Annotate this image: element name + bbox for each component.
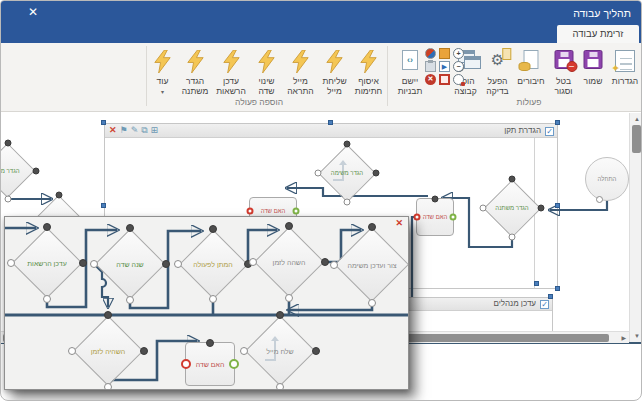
port-dark[interactable] — [56, 192, 63, 199]
scroll-down-icon[interactable]: ▼ — [634, 333, 640, 339]
collect-signatures-button[interactable]: איסוףחתימות — [352, 46, 385, 108]
port-dark[interactable] — [344, 141, 351, 148]
resize-handle[interactable] — [101, 120, 106, 125]
flow-node-pause-time[interactable]: השהה לזמן — [253, 226, 325, 298]
vertical-scrollbar[interactable]: ▲ ▼ — [629, 113, 642, 342]
port-light[interactable] — [7, 259, 15, 267]
edit-icon[interactable]: ✎ — [131, 125, 142, 135]
port-dark[interactable] — [5, 140, 12, 147]
refresh-pinwheel-icon[interactable] — [425, 48, 436, 59]
flow-node-start[interactable]: התחלה — [585, 157, 629, 201]
flow-node-delay-time[interactable]: השהיה לזמן — [72, 315, 144, 387]
group-box-managers[interactable]: ✓ עדכן מנהלים — [396, 297, 553, 333]
flow-node-update-permissions[interactable]: עדכן הרשאות — [11, 227, 83, 299]
group-managers-checkbox[interactable]: ✓ — [540, 300, 549, 309]
group-standard-checkbox[interactable]: ✓ — [545, 127, 554, 136]
delete-group-icon[interactable]: ✕ — [109, 125, 120, 135]
port-light[interactable] — [330, 261, 338, 269]
zoom-reset-icon[interactable] — [453, 74, 464, 85]
group-box-managers-titlebar[interactable]: ✓ עדכן מנהלים — [397, 298, 552, 311]
port-dark[interactable] — [276, 311, 284, 319]
port-light[interactable] — [90, 260, 98, 268]
tab-workflow[interactable]: זרימת עבודה — [557, 25, 639, 43]
set-variable-button[interactable]: הגדרמשתנה — [178, 46, 212, 108]
port-dark[interactable] — [373, 170, 380, 177]
port-light[interactable] — [174, 260, 182, 268]
resize-handle[interactable] — [534, 281, 539, 286]
dialog-titlebar[interactable]: ✕ תהליך עבודה זרימת עבודה — [1, 1, 642, 43]
alert-mail-button[interactable]: מיילהתראה — [284, 46, 317, 108]
flow-node-send-mail[interactable]: שלח מייל — [244, 315, 316, 387]
resize-handle[interactable] — [555, 120, 560, 125]
go-to-icon[interactable]: ▶ — [439, 61, 450, 72]
port-light[interactable] — [43, 295, 51, 303]
port-dark[interactable] — [126, 224, 134, 232]
port-green[interactable] — [229, 359, 239, 369]
port-light[interactable] — [104, 383, 112, 390]
connections-button[interactable]: חיבורים — [514, 46, 548, 108]
port-light[interactable] — [240, 347, 248, 355]
port-light[interactable] — [509, 234, 516, 241]
flow-node-set-variable[interactable]: הגדר משתנה — [483, 179, 541, 237]
copy-icon[interactable]: ⧉ — [141, 125, 150, 135]
port-red[interactable] — [414, 214, 421, 221]
add-icon[interactable]: ⊞ — [151, 125, 162, 135]
port-light[interactable] — [68, 347, 76, 355]
scroll-right-icon[interactable]: ▶ — [621, 335, 626, 341]
flow-node-set-task[interactable]: הגדר משימה — [318, 144, 376, 202]
group-standard-toolbar[interactable]: ✕⚑✎⧉⊞ — [109, 125, 161, 136]
flow-node-is-field-1[interactable]: האם שדה — [416, 198, 454, 236]
port-dark[interactable] — [43, 223, 51, 231]
port-light[interactable] — [285, 294, 293, 302]
port-light[interactable] — [368, 299, 376, 307]
send-mail-button[interactable]: שליחתמייל — [318, 46, 351, 108]
port-light[interactable] — [315, 170, 322, 177]
apply-templates-button[interactable]: ‹› יישם תבניות — [395, 46, 425, 108]
flow-node-wait-action[interactable]: המתן לפעולה — [178, 229, 248, 299]
port-light[interactable] — [344, 199, 351, 206]
resize-handle[interactable] — [555, 203, 560, 208]
update-permissions-button[interactable]: עדכןהרשאות — [213, 46, 249, 108]
subprocess-window[interactable]: ✕ עדכן הרשאות שנה שדה — [4, 216, 409, 390]
close-icon[interactable]: ✕ — [28, 5, 38, 19]
port-light[interactable] — [596, 196, 603, 203]
port-dark[interactable] — [79, 259, 87, 267]
red-marker-icon[interactable] — [439, 74, 450, 85]
port-dark[interactable] — [285, 222, 293, 230]
flow-node-edge[interactable]: הגדר מש — [0, 143, 36, 199]
zoom-out-icon[interactable]: − — [453, 61, 464, 72]
paste-icon[interactable] — [425, 61, 436, 72]
port-dark[interactable] — [312, 347, 320, 355]
resize-handle[interactable] — [548, 294, 553, 299]
port-dark[interactable] — [368, 223, 376, 231]
port-red[interactable] — [247, 208, 254, 215]
resize-handle[interactable] — [328, 120, 333, 125]
port-dark[interactable] — [33, 168, 40, 175]
port-dark[interactable] — [209, 225, 217, 233]
port-green[interactable] — [293, 208, 300, 215]
orange-marker-icon[interactable] — [439, 48, 450, 59]
save-button[interactable]: שמור — [579, 46, 607, 108]
port-dark[interactable] — [321, 258, 329, 266]
port-light[interactable] — [126, 296, 134, 304]
delete-icon[interactable]: ✕ — [425, 74, 436, 85]
port-dark[interactable] — [538, 205, 545, 212]
port-light[interactable] — [480, 205, 487, 212]
port-red[interactable] — [181, 359, 191, 369]
vertical-scroll-thumb[interactable] — [632, 125, 641, 153]
run-check-button[interactable]: ⚙ הפעל בדיקה — [482, 46, 513, 108]
settings-button[interactable]: ✦ הגדרות — [608, 46, 642, 108]
more-button[interactable]: עוד ▾ — [148, 46, 177, 108]
port-light[interactable] — [209, 295, 217, 303]
port-dark[interactable] — [509, 176, 516, 183]
port-dark[interactable] — [104, 311, 112, 319]
flow-node-is-field[interactable]: האם שדה — [185, 342, 235, 386]
port-dark[interactable] — [206, 339, 214, 347]
resize-handle[interactable] — [555, 286, 560, 291]
scroll-up-icon[interactable]: ▲ — [634, 116, 640, 122]
port-light[interactable] — [5, 196, 12, 203]
cancel-close-button[interactable]: – בטל וסגור — [549, 46, 578, 108]
zoom-in-icon[interactable]: + — [453, 48, 464, 59]
flow-node-create-update-task[interactable]: צור ועדכן משימה — [334, 227, 409, 303]
port-light[interactable] — [249, 258, 257, 266]
